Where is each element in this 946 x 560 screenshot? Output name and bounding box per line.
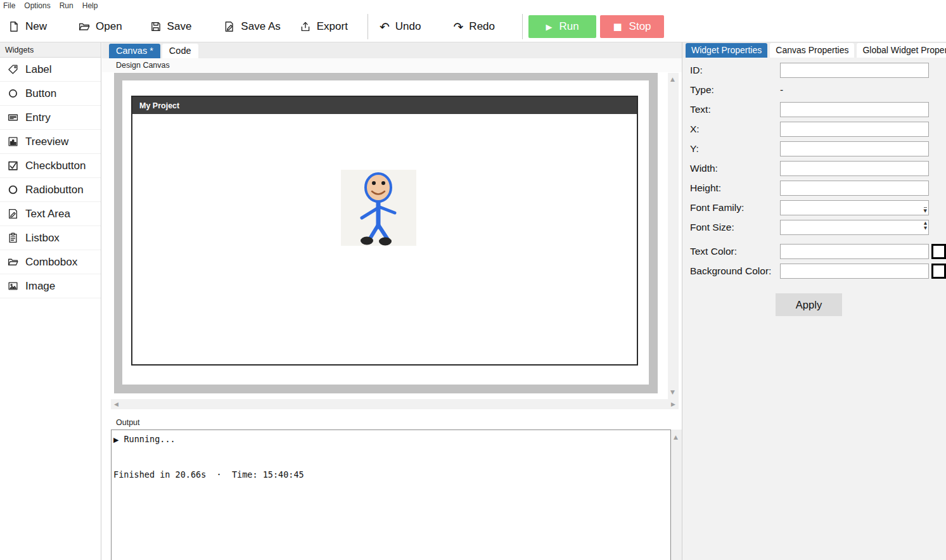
spin-down-icon[interactable]: ▼ (924, 226, 927, 231)
run-play-icon: ▶ (546, 22, 552, 32)
font-family-field-label: Font Family: (690, 202, 780, 213)
scroll-left-icon[interactable]: ◀ (114, 402, 118, 407)
open-folder-icon (79, 21, 90, 32)
canvas-vertical-scrollbar[interactable]: ▲ ▼ (668, 73, 679, 399)
type-value: - (780, 84, 783, 96)
sidebar-item-combobox[interactable]: Combobox (0, 250, 101, 274)
menu-options[interactable]: Options (24, 1, 56, 10)
sidebar-item-checkbutton[interactable]: Checkbutton (0, 154, 101, 178)
sidebar-item-treeview[interactable]: Treeview (0, 130, 101, 154)
save-button-label: Save (167, 20, 192, 33)
output-line (113, 457, 669, 469)
tab-canvas[interactable]: Canvas * (109, 44, 160, 58)
background-color-input[interactable] (780, 264, 929, 279)
sidebar-item-button[interactable]: Button (0, 82, 101, 106)
height-input[interactable] (780, 181, 929, 196)
background-color-field-label: Background Color: (690, 265, 780, 277)
redo-button-label: Redo (469, 20, 495, 33)
menu-bar: File Options Run Help (0, 0, 946, 11)
field-row-text: Text: (690, 102, 946, 117)
widget-item-label: Button (25, 87, 56, 100)
field-row-background-color: Background Color: (690, 264, 946, 279)
output-console[interactable]: ▶Running... Finished in 20.66s · Time: 1… (111, 430, 671, 560)
radio-circle-icon (8, 184, 18, 195)
run-button-label: Run (559, 20, 578, 33)
font-family-combobox[interactable] (780, 200, 929, 215)
text-field-label: Text: (690, 104, 780, 115)
open-button[interactable]: Open (79, 20, 122, 33)
text-input[interactable] (780, 102, 929, 117)
x-input[interactable] (780, 122, 929, 137)
tab-global-widget-properties[interactable]: Global Widget Properties (857, 43, 946, 58)
widget-item-label: Checkbutton (25, 160, 86, 172)
canvas-horizontal-scrollbar[interactable]: ◀ ▶ (111, 399, 679, 409)
export-button[interactable]: Export (300, 20, 348, 33)
sidebar-item-radiobutton[interactable]: Radiobutton (0, 178, 101, 202)
tab-canvas-properties[interactable]: Canvas Properties (770, 43, 854, 58)
export-button-label: Export (317, 20, 348, 33)
widget-item-label: Combobox (25, 256, 77, 269)
widget-item-label: Radiobutton (25, 184, 84, 196)
width-input[interactable] (780, 161, 929, 176)
properties-tab-bar: Widget Properties Canvas Properties Glob… (682, 42, 946, 58)
toolbar: New Open Save Save As Export ↶ Undo ↷ Re… (0, 11, 946, 42)
undo-button[interactable]: ↶ Undo (380, 20, 421, 33)
tab-code[interactable]: Code (162, 44, 198, 58)
sidebar-item-listbox[interactable]: Listbox (0, 226, 101, 250)
field-row-font-family: Font Family: ▼ (690, 200, 946, 215)
combobox-dropdown-icon[interactable]: ▼ (924, 207, 927, 213)
field-row-id: ID: (690, 63, 946, 78)
output-header: Output (116, 418, 140, 427)
text-color-swatch[interactable] (931, 244, 946, 259)
redo-button[interactable]: ↷ Redo (453, 20, 495, 33)
new-document-icon (8, 21, 20, 32)
project-window-titlebar: My Project (132, 97, 637, 114)
scroll-up-icon[interactable]: ▲ (670, 77, 675, 82)
stop-square-icon: ■ (613, 21, 622, 32)
save-floppy-icon (150, 21, 162, 32)
y-input[interactable] (780, 141, 929, 156)
design-canvas-workspace[interactable]: My Project (114, 73, 658, 393)
widget-item-label: Listbox (25, 232, 60, 245)
widget-item-label: Text Area (25, 208, 70, 220)
sidebar-item-label[interactable]: Label (0, 58, 101, 82)
scroll-down-icon[interactable]: ▼ (670, 390, 675, 395)
new-button[interactable]: New (8, 20, 47, 33)
save-as-button[interactable]: Save As (224, 20, 280, 33)
field-row-x: X: (690, 122, 946, 137)
menu-run[interactable]: Run (60, 1, 79, 10)
project-preview-window[interactable]: My Project (131, 96, 638, 366)
tab-widget-properties[interactable]: Widget Properties (686, 43, 767, 58)
field-row-height: Height: (690, 181, 946, 196)
scroll-up-icon[interactable]: ▲ (674, 435, 678, 440)
image-widget-stick-figure[interactable] (341, 170, 416, 246)
id-input[interactable] (780, 63, 929, 78)
font-size-spinbox[interactable] (780, 220, 929, 235)
design-canvas-page[interactable]: My Project (122, 80, 649, 385)
sidebar-item-textarea[interactable]: Text Area (0, 202, 101, 226)
widgets-header: Widgets (0, 42, 101, 58)
undo-button-label: Undo (395, 20, 421, 33)
background-color-swatch[interactable] (931, 264, 946, 279)
sidebar-item-entry[interactable]: Entry (0, 106, 101, 130)
sidebar-item-image[interactable]: Image (0, 274, 101, 298)
spin-up-icon[interactable]: ▲ (924, 221, 927, 226)
play-icon: ▶ (113, 436, 118, 444)
output-line: ▶Running... (113, 433, 669, 446)
text-color-input[interactable] (780, 244, 929, 259)
menu-help[interactable]: Help (82, 1, 104, 10)
save-button[interactable]: Save (150, 20, 192, 33)
output-scrollbar[interactable]: ▲ (671, 430, 682, 560)
run-button[interactable]: ▶ Run (528, 15, 596, 38)
app-window: File Options Run Help New Open Save Save… (0, 0, 946, 560)
export-upload-icon (300, 21, 311, 32)
scroll-right-icon[interactable]: ▶ (671, 402, 675, 407)
menu-file[interactable]: File (3, 1, 21, 10)
field-row-y: Y: (690, 141, 946, 156)
stop-button[interactable]: ■ Stop (600, 15, 664, 38)
properties-panel: Widget Properties Canvas Properties Glob… (682, 42, 946, 560)
apply-button[interactable]: Apply (776, 293, 842, 316)
circle-icon (8, 88, 18, 99)
tag-icon (8, 64, 18, 75)
field-row-font-size: Font Size: ▲ ▼ (690, 220, 946, 235)
